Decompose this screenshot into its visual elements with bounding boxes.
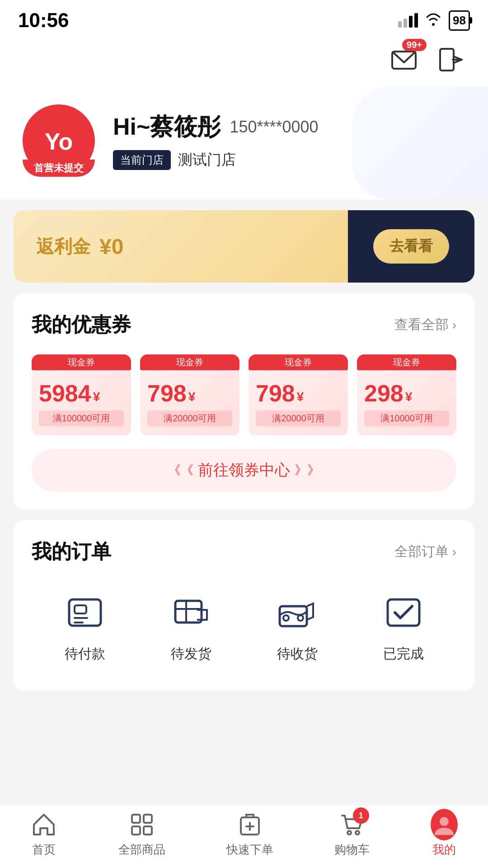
- message-badge: 99+: [402, 39, 427, 51]
- order-label-2: 待发货: [171, 645, 211, 663]
- nav-my[interactable]: 我的: [431, 811, 458, 858]
- nav-quick-order[interactable]: 快速下单: [226, 811, 273, 858]
- cart-icon: 1: [338, 811, 366, 838]
- profile-phone: 150****0000: [230, 118, 318, 137]
- profile-section: Yo 首营未提交 Hi~蔡筱彤 150****0000 当前门店 测试门店: [0, 86, 488, 199]
- orders-header: 我的订单 全部订单 ›: [32, 538, 456, 565]
- coupon-amount-3: 798¥: [256, 380, 341, 407]
- cashback-button[interactable]: 去看看: [373, 229, 449, 264]
- svg-text:Yo: Yo: [45, 128, 73, 155]
- completed-icon: [381, 590, 426, 636]
- coupon-amount-1: 5984¥: [39, 380, 124, 407]
- double-chevron-left-icon: 《《: [168, 462, 193, 479]
- nav-home-label: 首页: [32, 842, 56, 858]
- coupon-item-3[interactable]: 现金券 798¥ 满20000可用: [249, 354, 348, 435]
- coupon-amount-2: 798¥: [147, 380, 232, 407]
- svg-rect-6: [75, 605, 86, 613]
- store-name: 测试门店: [178, 150, 236, 170]
- nav-cart-label: 购物车: [334, 842, 370, 858]
- coupon-amount-4: 298¥: [364, 380, 449, 407]
- svg-rect-1: [440, 49, 454, 71]
- message-button[interactable]: 99+: [389, 45, 418, 77]
- status-icons: 98: [398, 10, 470, 31]
- orders-chevron-icon: ›: [452, 545, 456, 559]
- coupons-row: 现金券 5984¥ 满100000可用 现金券 798¥ 满20000可用 现金…: [32, 354, 456, 435]
- battery-level: 98: [453, 14, 466, 28]
- order-label-3: 待收货: [277, 645, 318, 663]
- cashback-right: 去看看: [348, 210, 474, 283]
- coupon-condition-1: 满100000可用: [39, 410, 124, 426]
- svg-rect-17: [144, 815, 152, 823]
- nav-home[interactable]: 首页: [30, 811, 57, 858]
- orders-grid: 待付款 待发货: [32, 581, 456, 672]
- grid-icon: [128, 811, 155, 838]
- view-all-orders-label: 全部订单: [394, 542, 449, 561]
- svg-rect-15: [388, 599, 419, 626]
- bottom-nav: 首页 全部商品 快速下单 1: [0, 805, 488, 868]
- orders-title: 我的订单: [32, 538, 111, 565]
- nav-cart[interactable]: 1 购物车: [334, 811, 370, 858]
- home-icon: [30, 811, 57, 838]
- coupon-item-4[interactable]: 现金券 298¥ 满10000可用: [357, 354, 456, 435]
- cashback-banner: 返利金 ¥0 去看看: [14, 210, 474, 283]
- svg-point-23: [347, 831, 351, 835]
- chevron-right-icon: ›: [452, 318, 456, 332]
- order-pending-payment[interactable]: 待付款: [62, 590, 108, 663]
- top-action-bar: 99+: [0, 36, 488, 86]
- order-pending-ship[interactable]: 待发货: [169, 590, 214, 663]
- view-all-coupons[interactable]: 查看全部 ›: [394, 316, 456, 334]
- order-label-1: 待付款: [65, 645, 105, 663]
- avatar-label: 首营未提交: [23, 160, 95, 177]
- coupon-tag-2: 现金券: [140, 354, 239, 370]
- coupon-condition-2: 满20000可用: [147, 410, 232, 426]
- svg-rect-18: [132, 826, 140, 835]
- order-completed[interactable]: 已完成: [381, 590, 426, 663]
- double-chevron-right-icon: 》》: [295, 462, 320, 479]
- logout-button[interactable]: [436, 45, 465, 77]
- wifi-icon: [425, 11, 441, 30]
- coupon-item-2[interactable]: 现金券 798¥ 满20000可用: [140, 354, 239, 435]
- svg-point-24: [356, 831, 359, 835]
- store-tag: 当前门店: [113, 150, 171, 170]
- quick-order-icon: [236, 811, 263, 838]
- svg-rect-16: [132, 815, 140, 823]
- view-all-orders[interactable]: 全部订单 ›: [394, 542, 456, 561]
- svg-point-26: [440, 817, 449, 826]
- nav-my-label: 我的: [432, 842, 456, 858]
- coupon-item-1[interactable]: 现金券 5984¥ 满100000可用: [32, 354, 131, 435]
- nav-products[interactable]: 全部商品: [118, 811, 165, 858]
- svg-point-14: [298, 615, 303, 621]
- profile-name: Hi~蔡筱彤: [113, 111, 221, 143]
- nav-avatar: [431, 809, 458, 840]
- profile-bg: [352, 86, 488, 199]
- orders-section: 我的订单 全部订单 › 待付款: [14, 520, 474, 690]
- coupons-header: 我的优惠券 查看全部 ›: [32, 311, 456, 338]
- status-bar: 10:56 98: [0, 0, 488, 36]
- coupon-condition-4: 满10000可用: [364, 410, 449, 426]
- order-pending-receive[interactable]: 待收货: [275, 590, 320, 663]
- coupon-tag-3: 现金券: [249, 354, 348, 370]
- coupon-tag-4: 现金券: [357, 354, 456, 370]
- svg-rect-19: [144, 826, 152, 835]
- cart-badge: 1: [353, 807, 369, 824]
- nav-quick-order-label: 快速下单: [226, 842, 273, 858]
- cashback-left: 返利金 ¥0: [14, 210, 348, 283]
- coupon-condition-3: 满20000可用: [256, 410, 341, 426]
- coupons-section: 我的优惠券 查看全部 › 现金券 5984¥ 满100000可用 现金券 798…: [14, 293, 474, 509]
- svg-point-13: [283, 615, 289, 621]
- pending-ship-icon: [169, 590, 214, 636]
- signal-icon: [398, 13, 418, 28]
- view-all-coupons-label: 查看全部: [394, 316, 449, 334]
- cashback-amount: ¥0: [99, 234, 123, 259]
- coupon-center-label: 前往领券中心: [198, 460, 290, 481]
- avatar: Yo 首营未提交: [23, 104, 95, 177]
- battery-icon: 98: [449, 10, 470, 31]
- my-icon: [431, 811, 458, 838]
- pending-receive-icon: [275, 590, 320, 636]
- coupon-tag-1: 现金券: [32, 354, 131, 370]
- coupons-title: 我的优惠券: [32, 311, 131, 338]
- coupon-center-link[interactable]: 《《 前往领券中心 》》: [32, 449, 456, 491]
- order-label-4: 已完成: [383, 645, 424, 663]
- logout-icon: [436, 45, 465, 74]
- pending-payment-icon: [62, 590, 108, 636]
